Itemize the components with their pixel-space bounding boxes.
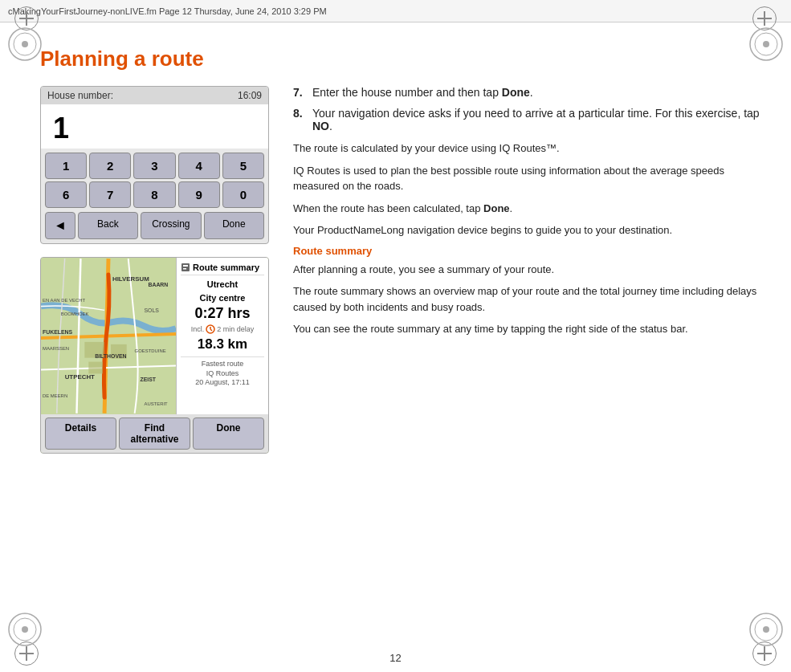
key-2[interactable]: 2 <box>89 153 131 179</box>
route-summary-text-2: The route summary shows an overview map … <box>293 283 767 315</box>
right-column: 7. Enter the house number and then tap D… <box>285 86 767 344</box>
panel-fastest-info: Fastest route IQ Routes 20 August, 17:11 <box>181 356 264 388</box>
iq-routes-label: IQ Routes <box>181 369 264 379</box>
svg-text:GOESTDUINE: GOESTDUINE <box>135 348 166 353</box>
panel-travel-time: 0:27 hrs <box>181 305 264 322</box>
svg-rect-29 <box>181 263 190 271</box>
header-bar: cMakingYourFirstJourney-nonLIVE.fm Page … <box>0 0 791 22</box>
map-visual[interactable]: HILVERSUM BAARN EN AAN DE VECHT BOOMHOEK… <box>41 258 176 414</box>
svg-text:EN AAN DE VECHT: EN AAN DE VECHT <box>43 299 86 303</box>
svg-rect-31 <box>183 268 186 270</box>
key-4[interactable]: 4 <box>178 153 220 179</box>
header-text: cMakingYourFirstJourney-nonLIVE.fm Page … <box>8 6 327 16</box>
svg-text:DE MEERN: DE MEERN <box>43 393 67 398</box>
keypad-widget: House number: 16:09 1 1 2 3 4 5 6 7 8 9 … <box>40 86 269 244</box>
step-7-num: 7. <box>293 86 308 99</box>
map-widget: HILVERSUM BAARN EN AAN DE VECHT BOOMHOEK… <box>40 257 269 454</box>
svg-text:UTPECHT: UTPECHT <box>65 373 95 381</box>
svg-text:BILTHOVEN: BILTHOVEN <box>95 353 126 359</box>
crossing-button[interactable]: Crossing <box>141 212 201 239</box>
key-1[interactable]: 1 <box>45 153 87 179</box>
key-7[interactable]: 7 <box>89 181 131 208</box>
step-8: 8. Your navigation device asks if you ne… <box>293 107 767 132</box>
step-7-text: Enter the house number and then tap Done… <box>312 86 767 99</box>
fastest-route-label: Fastest route <box>181 360 264 369</box>
delay-incl-label: Incl. <box>191 325 205 333</box>
key-8[interactable]: 8 <box>133 181 175 208</box>
svg-text:BOOMHOEK: BOOMHOEK <box>61 312 89 316</box>
delay-time-label: 2 min delay <box>217 325 254 333</box>
keypad-header: House number: 16:09 <box>41 87 268 104</box>
route-summary-panel: Route summary Utrecht City centre 0:27 h… <box>176 258 268 414</box>
svg-text:MAARSSEN: MAARSSEN <box>43 346 69 351</box>
body-text-4: Your ProductNameLong navigation device b… <box>293 222 767 238</box>
keypad-value: 1 <box>53 112 69 145</box>
route-summary-heading: Route summary <box>293 245 767 257</box>
panel-delay: Incl. 2 min delay <box>181 324 264 334</box>
svg-text:FUKELENS: FUKELENS <box>43 329 73 335</box>
svg-text:HILVERSUM: HILVERSUM <box>112 275 149 283</box>
left-column: House number: 16:09 1 1 2 3 4 5 6 7 8 9 … <box>40 86 269 454</box>
details-button[interactable]: Details <box>45 417 116 450</box>
map-area: HILVERSUM BAARN EN AAN DE VECHT BOOMHOEK… <box>41 258 268 414</box>
keypad-display: 1 <box>41 104 268 149</box>
key-9[interactable]: 9 <box>178 181 220 208</box>
main-layout: House number: 16:09 1 1 2 3 4 5 6 7 8 9 … <box>40 86 767 454</box>
page-number: 12 <box>389 652 401 664</box>
route-summary-text-3: You can see the route summary at any tim… <box>293 321 767 337</box>
delay-icon <box>206 324 215 334</box>
step-8-num: 8. <box>293 107 308 132</box>
body-text-1: The route is calculated by your device u… <box>293 141 767 157</box>
svg-text:BAARN: BAARN <box>148 282 168 287</box>
find-alternative-button[interactable]: Find alternative <box>119 417 190 450</box>
keypad-bottom-row: ◄ Back Crossing Done <box>41 212 268 243</box>
svg-rect-15 <box>88 362 103 374</box>
back-button[interactable]: Back <box>78 212 138 239</box>
panel-location-city: Utrecht <box>181 279 264 289</box>
svg-text:AUSTERIT: AUSTERIT <box>144 401 168 406</box>
step-7: 7. Enter the house number and then tap D… <box>293 86 767 99</box>
key-3[interactable]: 3 <box>133 153 175 179</box>
route-summary-text-1: After planning a route, you see a summar… <box>293 262 767 278</box>
panel-location-area: City centre <box>181 293 264 303</box>
panel-distance: 18.3 km <box>181 336 264 352</box>
keypad-label: House number: <box>47 90 113 101</box>
key-6[interactable]: 6 <box>45 181 87 208</box>
key-5[interactable]: 5 <box>222 153 264 179</box>
route-summary-icon <box>181 263 190 272</box>
svg-line-34 <box>210 329 212 331</box>
backspace-button[interactable]: ◄ <box>45 212 75 239</box>
map-done-button[interactable]: Done <box>193 417 264 450</box>
map-bottom-bar: Details Find alternative Done <box>41 414 268 453</box>
body-text-2: IQ Routes is used to plan the best possi… <box>293 163 767 194</box>
svg-text:SOLS: SOLS <box>144 307 159 313</box>
svg-text:ZEIST: ZEIST <box>141 377 157 382</box>
done-button[interactable]: Done <box>204 212 264 239</box>
keypad-time: 16:09 <box>238 90 262 101</box>
body-text-3: When the route has been calculated, tap … <box>293 201 767 217</box>
keypad-grid: 1 2 3 4 5 6 7 8 9 0 <box>41 149 268 212</box>
route-summary-title: Route summary <box>181 263 264 275</box>
page-title: Planning a route <box>40 47 767 71</box>
step-8-text: Your navigation device asks if you need … <box>312 107 767 132</box>
page-content: Planning a route House number: 16:09 1 1… <box>0 22 791 672</box>
panel-date-label: 20 August, 17:11 <box>181 378 264 388</box>
key-0[interactable]: 0 <box>222 181 264 208</box>
route-summary-label: Route summary <box>193 263 259 272</box>
svg-rect-30 <box>183 265 188 267</box>
